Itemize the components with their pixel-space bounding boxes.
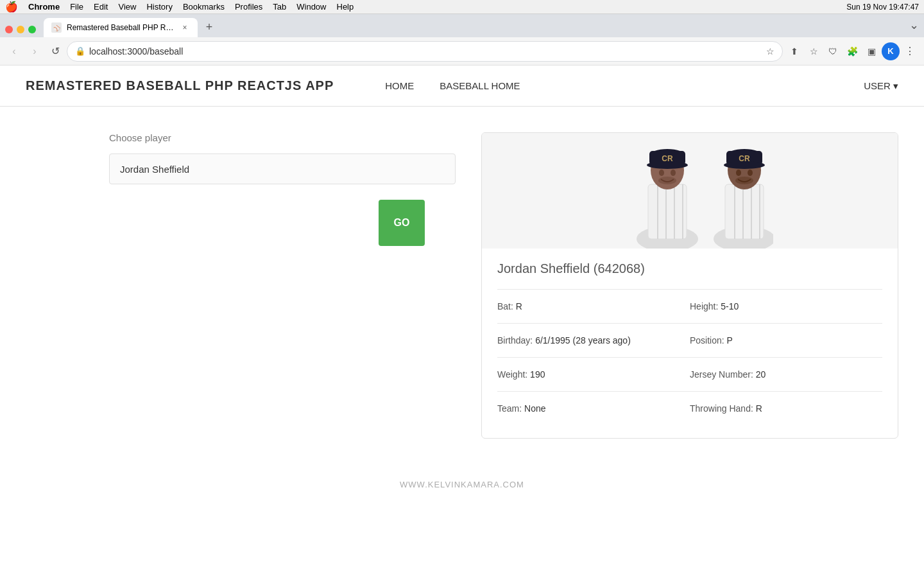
app-navbar: REMASTERED BASEBALL PHP REACTJS APP HOME… (0, 66, 924, 107)
stat-throwing-hand: Throwing Hand: R (690, 391, 882, 425)
forward-button[interactable]: › (26, 42, 44, 60)
svg-text:⚾: ⚾ (53, 24, 61, 32)
page-content: REMASTERED BASEBALL PHP REACTJS APP HOME… (0, 66, 924, 578)
stat-bat-value: R (516, 301, 522, 311)
svg-point-12 (647, 161, 688, 169)
svg-point-13 (659, 170, 664, 176)
nav-links: HOME BASEBALL HOME (385, 80, 520, 91)
stat-weight: Weight: 190 (497, 357, 690, 391)
reload-button[interactable]: ↺ (46, 42, 64, 60)
choose-player-label: Choose player (109, 132, 456, 143)
stat-weight-label: Weight: (497, 369, 527, 380)
player-search-input[interactable] (109, 153, 456, 184)
main-content: Choose player GO (0, 107, 924, 464)
player-info: Jordan Sheffield (642068) Bat: R Height:… (482, 249, 898, 438)
tab-search-button[interactable]: ⌄ (909, 18, 919, 35)
menubar-tab[interactable]: Tab (273, 2, 286, 12)
maximize-window-btn[interactable] (28, 26, 36, 33)
stat-birthday-label: Birthday: (497, 335, 535, 346)
nav-user-dropdown[interactable]: USER ▾ (864, 80, 898, 92)
menubar-edit[interactable]: Edit (94, 2, 108, 12)
browser-toolbar: ‹ › ↺ 🔒 localhost:3000/baseball ☆ ⬆ ☆ 🛡 … (0, 37, 924, 66)
stat-bat: Bat: R (497, 289, 690, 323)
svg-point-15 (658, 177, 676, 184)
tab-list: ⚾ Remastered Baseball PHP Rea... × (44, 18, 198, 37)
stat-jersey-label: Jersey Number: (690, 369, 756, 380)
chrome-window: ⚾ Remastered Baseball PHP Rea... × + ⌄ ‹… (0, 14, 924, 578)
svg-point-27 (736, 170, 741, 176)
svg-point-14 (671, 170, 676, 176)
stat-team-value: None (524, 403, 545, 414)
menubar-datetime: Sun 19 Nov 19:47:47 (846, 3, 919, 12)
menubar-help[interactable]: Help (337, 2, 354, 12)
back-button[interactable]: ‹ (5, 42, 23, 60)
apple-menu[interactable]: 🍎 (5, 1, 18, 13)
stat-birthday-value: 6/1/1995 (28 years ago) (535, 335, 631, 346)
svg-rect-17 (725, 184, 764, 239)
stat-team: Team: None (497, 391, 690, 425)
player-name: Jordan Sheffield (642068) (497, 261, 882, 276)
bookmark-add-button[interactable]: ☆ (805, 42, 823, 60)
stat-height: Height: 5-10 (690, 289, 882, 323)
stat-height-label: Height: (690, 301, 721, 311)
menubar-chrome[interactable]: Chrome (28, 2, 60, 12)
left-panel: Choose player GO (109, 132, 456, 246)
stat-throwing-hand-label: Throwing Hand: (690, 403, 756, 414)
tab-title: Remastered Baseball PHP Rea... (67, 23, 175, 32)
stat-position-label: Position: (690, 335, 727, 346)
go-button[interactable]: GO (379, 200, 425, 246)
tab-bar: ⚾ Remastered Baseball PHP Rea... × + ⌄ (0, 14, 924, 37)
close-window-btn[interactable] (5, 26, 13, 33)
menubar-view[interactable]: View (118, 2, 136, 12)
svg-point-28 (748, 170, 753, 176)
svg-point-26 (724, 161, 765, 169)
tab-bar-right-controls: ⌄ (909, 18, 919, 37)
shield-button[interactable]: 🛡 (824, 42, 842, 60)
lock-icon: 🔒 (75, 46, 85, 56)
new-tab-button[interactable]: + (200, 18, 218, 36)
nav-baseball-home-link[interactable]: BASEBALL HOME (440, 80, 520, 91)
tab-close-button[interactable]: × (180, 22, 190, 33)
menubar-history[interactable]: History (146, 2, 172, 12)
tab-favicon: ⚾ (51, 22, 62, 33)
player-card: CR (481, 132, 898, 439)
nav-home-link[interactable]: HOME (385, 80, 414, 91)
player-stats-grid: Bat: R Height: 5-10 Birthday: 6/1/1995 (… (497, 289, 882, 425)
menubar-profiles[interactable]: Profiles (235, 2, 262, 12)
minimize-window-btn[interactable] (17, 26, 24, 33)
page-footer: WWW.KELVINKAMARA.COM (0, 464, 924, 505)
stat-jersey-value: 20 (756, 369, 766, 380)
more-button[interactable]: ⋮ (901, 42, 919, 60)
extensions-button[interactable]: 🧩 (843, 42, 861, 60)
address-text: localhost:3000/baseball (89, 46, 762, 57)
macos-menubar: 🍎 Chrome File Edit View History Bookmark… (0, 0, 924, 14)
stat-throwing-hand-value: R (756, 403, 762, 414)
active-tab[interactable]: ⚾ Remastered Baseball PHP Rea... × (44, 18, 198, 37)
stat-birthday: Birthday: 6/1/1995 (28 years ago) (497, 323, 690, 357)
profile-button[interactable]: K (882, 42, 900, 60)
bookmark-icon[interactable]: ☆ (766, 46, 774, 57)
player-photos: CR (482, 133, 898, 249)
stat-position-value: P (727, 335, 733, 346)
app-title: REMASTERED BASEBALL PHP REACTJS APP (26, 78, 334, 93)
menubar-window[interactable]: Window (296, 2, 326, 12)
stat-bat-label: Bat: (497, 301, 516, 311)
sidebar-button[interactable]: ▣ (862, 42, 880, 60)
share-button[interactable]: ⬆ (785, 42, 803, 60)
stat-position: Position: P (690, 323, 882, 357)
toolbar-actions: ⬆ ☆ 🛡 🧩 ▣ K ⋮ (785, 42, 919, 60)
footer-text: WWW.KELVINKAMARA.COM (400, 480, 524, 489)
menubar-file[interactable]: File (70, 2, 83, 12)
stat-height-value: 5-10 (721, 301, 739, 311)
stat-team-label: Team: (497, 403, 524, 414)
stat-weight-value: 190 (530, 369, 545, 380)
svg-point-29 (735, 177, 753, 184)
menubar-bookmarks[interactable]: Bookmarks (183, 2, 225, 12)
player-images-svg: CR (606, 133, 773, 249)
address-bar[interactable]: 🔒 localhost:3000/baseball ☆ (67, 41, 783, 62)
stat-jersey: Jersey Number: 20 (690, 357, 882, 391)
menubar-right: Sun 19 Nov 19:47:47 (846, 3, 919, 12)
svg-rect-3 (648, 184, 687, 239)
